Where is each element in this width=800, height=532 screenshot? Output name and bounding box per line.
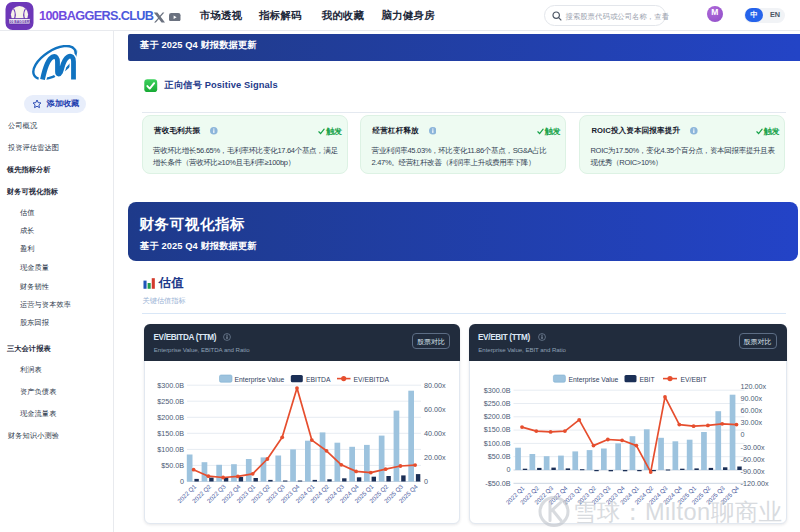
svg-text:30.00x: 30.00x bbox=[740, 418, 762, 427]
svg-text:90.00x: 90.00x bbox=[740, 394, 762, 403]
svg-text:$250.0B: $250.0B bbox=[157, 397, 184, 406]
svg-text:60.00x: 60.00x bbox=[424, 405, 446, 414]
svg-text:0: 0 bbox=[740, 430, 744, 439]
svg-text:Enterprise Value: Enterprise Value bbox=[568, 376, 618, 384]
svg-text:60.00x: 60.00x bbox=[740, 406, 762, 415]
svg-text:$50.0B: $50.0B bbox=[161, 461, 184, 470]
svg-text:$250.0B: $250.0B bbox=[483, 399, 510, 408]
svg-text:0: 0 bbox=[424, 477, 428, 486]
svg-text:$300.0B: $300.0B bbox=[483, 386, 510, 395]
svg-text:-90.00x: -90.00x bbox=[740, 467, 764, 476]
svg-text:$100.0B: $100.0B bbox=[483, 439, 510, 448]
svg-text:80.00x: 80.00x bbox=[424, 381, 446, 390]
svg-text:-60.00x: -60.00x bbox=[740, 455, 764, 464]
svg-text:Enterprise Value: Enterprise Value bbox=[235, 376, 285, 384]
svg-text:0: 0 bbox=[180, 477, 184, 486]
svg-text:EBITDA: EBITDA bbox=[306, 376, 331, 383]
svg-text:$300.0B: $300.0B bbox=[157, 381, 184, 390]
svg-text:100 BAGGERS: 100 BAGGERS bbox=[8, 20, 32, 24]
svg-text:®: ® bbox=[74, 49, 78, 55]
svg-text:20.00x: 20.00x bbox=[424, 453, 446, 462]
svg-text:40.00x: 40.00x bbox=[424, 429, 446, 438]
svg-text:100BAGGERS.CLUB: 100BAGGERS.CLUB bbox=[39, 8, 154, 22]
svg-text:$50.0B: $50.0B bbox=[487, 452, 510, 461]
svg-text:$200.0B: $200.0B bbox=[483, 412, 510, 421]
svg-text:$150.0B: $150.0B bbox=[483, 425, 510, 434]
svg-text:120.00x: 120.00x bbox=[740, 382, 766, 391]
svg-text:-30.00x: -30.00x bbox=[740, 443, 764, 452]
svg-text:-$50.0B: -$50.0B bbox=[485, 479, 510, 488]
svg-text:$150.0B: $150.0B bbox=[157, 429, 184, 438]
svg-text:雪球：Milton聊商业: 雪球：Milton聊商业 bbox=[573, 499, 783, 525]
svg-text:0: 0 bbox=[506, 465, 510, 474]
svg-text:$200.0B: $200.0B bbox=[157, 413, 184, 422]
svg-text:EV/EBIT: EV/EBIT bbox=[680, 376, 706, 383]
svg-text:-120.00x: -120.00x bbox=[740, 479, 768, 488]
svg-text:EBIT: EBIT bbox=[639, 376, 654, 383]
svg-text:$100.0B: $100.0B bbox=[157, 445, 184, 454]
svg-text:EV/EBITDA: EV/EBITDA bbox=[354, 376, 390, 383]
